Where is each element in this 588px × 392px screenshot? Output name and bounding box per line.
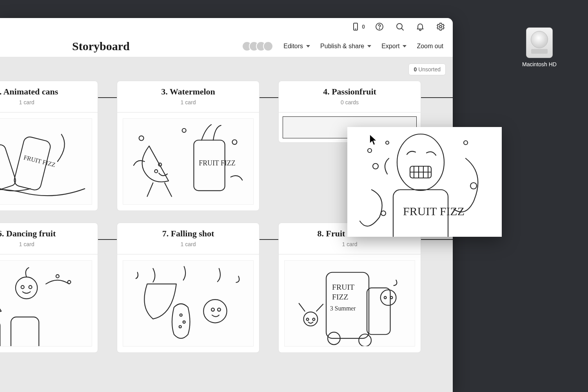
column-subtitle: 1 card xyxy=(283,241,417,247)
svg-rect-24 xyxy=(0,321,0,346)
svg-line-13 xyxy=(165,183,172,197)
settings-button[interactable] xyxy=(435,21,446,33)
bell-icon xyxy=(416,22,425,31)
editors-dropdown[interactable]: Editors xyxy=(283,43,310,50)
unsorted-count: 0 xyxy=(414,66,417,73)
column-title: 2. Animated cans xyxy=(0,87,94,97)
column-dancing-fruit[interactable]: 6. Dancing fruit 1 card xyxy=(0,223,98,353)
svg-rect-7 xyxy=(0,143,17,191)
sketch-illustration: FRUIT FIZZ xyxy=(0,119,92,204)
column-header[interactable]: 3. Watermelon 1 card xyxy=(117,81,260,112)
device-count: 0 xyxy=(362,24,365,30)
svg-point-18 xyxy=(232,140,237,145)
help-button[interactable] xyxy=(374,21,385,33)
svg-point-56 xyxy=(381,211,386,216)
gear-icon xyxy=(436,22,445,31)
card-thumbnail[interactable] xyxy=(0,254,98,353)
column-header[interactable]: 4. Passionfruit 0 cards xyxy=(278,81,421,112)
column-subtitle: 1 card xyxy=(121,241,255,247)
svg-point-52 xyxy=(386,141,389,144)
svg-point-23 xyxy=(29,285,32,289)
svg-line-12 xyxy=(147,183,153,197)
notifications-button[interactable] xyxy=(414,21,426,33)
svg-point-42 xyxy=(359,334,372,346)
svg-line-5 xyxy=(401,28,403,30)
sketch-illustration: FRUIT FIZZ 3 Summer xyxy=(285,261,414,346)
publish-label: Publish & share xyxy=(320,43,364,50)
collaborator-avatars[interactable] xyxy=(242,41,273,51)
avatar xyxy=(263,41,273,51)
svg-point-54 xyxy=(373,163,378,169)
column-fruit-with-cans[interactable]: 8. Fruit with cans 1 card FRUIT FIZZ 3 S… xyxy=(278,223,421,353)
svg-point-27 xyxy=(68,281,71,284)
editors-label: Editors xyxy=(283,43,303,50)
desktop-drive[interactable]: Macintosh HD xyxy=(508,27,571,67)
search-icon xyxy=(395,22,405,31)
desktop-drive-label: Macintosh HD xyxy=(508,61,571,67)
column-title: 3. Watermelon xyxy=(121,87,255,97)
column-animated-cans[interactable]: 2. Animated cans 1 card FRUIT FIZZ xyxy=(0,81,98,211)
card-thumbnail[interactable]: FRUIT FIZZ xyxy=(117,112,260,211)
column-title: 6. Dancing fruit xyxy=(0,229,94,239)
svg-point-11 xyxy=(155,170,158,173)
smartphone-icon xyxy=(351,22,360,31)
card-thumbnail[interactable]: FRUIT FIZZ 3 Summer xyxy=(278,254,421,353)
sketch-illustration: FRUIT FIZZ xyxy=(123,119,253,204)
page-title: Storyboard xyxy=(72,40,130,53)
svg-point-17 xyxy=(182,129,186,132)
header: Storyboard Editors Publish & share Expor… xyxy=(0,35,453,57)
column-title: 4. Passionfruit xyxy=(283,87,417,97)
help-icon xyxy=(375,22,384,31)
svg-text:FIZZ: FIZZ xyxy=(332,292,348,301)
svg-rect-36 xyxy=(367,288,390,334)
column-subtitle: 1 card xyxy=(0,241,94,247)
search-button[interactable] xyxy=(394,21,406,33)
svg-point-55 xyxy=(470,183,477,189)
export-dropdown[interactable]: Export xyxy=(381,43,407,50)
column-title: 7. Falling shot xyxy=(121,229,255,239)
device-count-button[interactable]: 0 xyxy=(351,22,365,31)
zoom-out-label: Zoom out xyxy=(417,43,443,50)
svg-point-31 xyxy=(204,299,227,323)
sketch-illustration: FRUIT FIZZ xyxy=(347,127,502,237)
svg-point-57 xyxy=(368,149,372,152)
card-thumbnail[interactable] xyxy=(117,254,260,353)
svg-point-28 xyxy=(180,314,182,316)
svg-point-45 xyxy=(397,134,444,191)
unsorted-label: Unsorted xyxy=(418,66,441,73)
svg-text:FRUIT FIZZ: FRUIT FIZZ xyxy=(23,154,56,169)
harddrive-icon xyxy=(526,27,553,58)
svg-text:FRUIT: FRUIT xyxy=(332,283,354,291)
svg-point-16 xyxy=(139,136,144,141)
svg-point-22 xyxy=(21,285,24,289)
svg-text:3 Summer: 3 Summer xyxy=(330,305,356,312)
column-falling-shot[interactable]: 7. Falling shot 1 card xyxy=(117,223,260,353)
publish-share-dropdown[interactable]: Publish & share xyxy=(320,43,371,50)
svg-rect-25 xyxy=(11,317,39,346)
column-header[interactable]: 6. Dancing fruit 1 card xyxy=(0,223,98,254)
sketch-illustration xyxy=(0,261,92,346)
svg-line-38 xyxy=(299,303,305,311)
svg-point-29 xyxy=(183,321,185,323)
titlebar: 0 xyxy=(0,18,453,35)
dragged-card-preview[interactable]: FRUIT FIZZ xyxy=(347,127,502,237)
card-thumbnail[interactable]: FRUIT FIZZ xyxy=(0,112,98,211)
svg-point-3 xyxy=(379,28,379,29)
zoom-out-button[interactable]: Zoom out xyxy=(417,43,443,50)
column-subtitle: 1 card xyxy=(0,99,94,105)
svg-point-53 xyxy=(464,141,468,145)
unsorted-button[interactable]: 0Unsorted xyxy=(408,64,446,75)
board-row: 6. Dancing fruit 1 card xyxy=(0,223,453,353)
svg-point-26 xyxy=(56,275,59,278)
column-subtitle: 1 card xyxy=(121,99,255,105)
svg-text:FRUIT FIZZ: FRUIT FIZZ xyxy=(199,159,236,167)
svg-line-39 xyxy=(317,304,323,311)
svg-point-40 xyxy=(381,290,396,305)
export-label: Export xyxy=(381,43,399,50)
svg-point-6 xyxy=(439,25,442,28)
svg-point-37 xyxy=(304,312,318,326)
column-header[interactable]: 2. Animated cans 1 card xyxy=(0,81,98,112)
column-watermelon[interactable]: 3. Watermelon 1 card FRUIT FIZZ xyxy=(117,81,260,211)
column-header[interactable]: 7. Falling shot 1 card xyxy=(117,223,260,254)
svg-text:FRUIT FIZZ: FRUIT FIZZ xyxy=(403,205,465,218)
